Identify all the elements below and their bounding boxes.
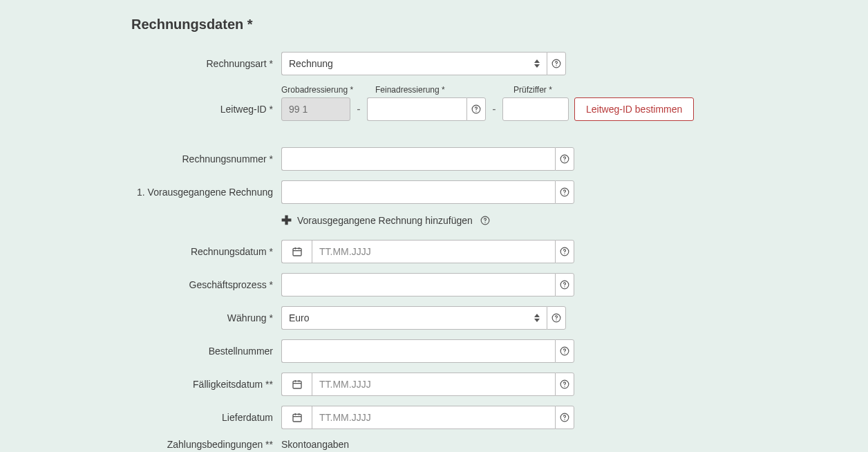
svg-rect-10 xyxy=(293,248,301,256)
separator-dash-2: - xyxy=(491,103,497,115)
help-waehrung[interactable] xyxy=(547,306,566,330)
help-feinadressierung[interactable] xyxy=(466,97,486,121)
label-bestellnummer: Bestellnummer xyxy=(28,346,281,357)
leitweg-bestimmen-button[interactable]: Leitweg-ID bestimmen xyxy=(574,97,694,121)
grobadressierung-input xyxy=(281,97,350,121)
svg-rect-28 xyxy=(293,414,301,422)
help-rechnungsnummer[interactable] xyxy=(555,147,574,171)
label-rechnungsdatum: Rechnungsdatum * xyxy=(28,246,281,257)
calendar-icon xyxy=(292,246,303,257)
waehrung-select[interactable]: Euro xyxy=(281,306,547,330)
section-title: Rechnungsdaten * xyxy=(131,17,840,32)
help-faelligkeitsdatum[interactable] xyxy=(555,373,574,396)
question-icon xyxy=(560,413,569,422)
lieferdatum-input[interactable] xyxy=(312,406,555,429)
label-vorausgegangene: 1. Vorausgegangene Rechnung xyxy=(28,187,281,198)
label-grobadressierung: Grobadressierung * xyxy=(281,85,356,95)
svg-point-9 xyxy=(484,222,485,223)
vorausgegangene-input[interactable] xyxy=(281,180,555,204)
svg-point-7 xyxy=(564,194,565,194)
svg-rect-22 xyxy=(293,381,301,388)
rechnungsnummer-input[interactable] xyxy=(281,147,555,171)
question-icon xyxy=(551,313,561,323)
help-rechnungsart[interactable] xyxy=(547,52,566,75)
bestellnummer-input[interactable] xyxy=(281,339,555,363)
question-icon xyxy=(560,346,569,356)
help-add-vorausgegangene[interactable] xyxy=(478,214,492,227)
rechnungsdatum-input[interactable] xyxy=(312,240,555,263)
label-geschaeftsprozess: Geschäftsprozess * xyxy=(28,279,281,290)
svg-point-27 xyxy=(564,386,565,386)
label-rechnungsnummer: Rechnungsnummer * xyxy=(28,153,281,164)
separator-dash-1: - xyxy=(356,103,361,115)
question-icon xyxy=(471,104,481,114)
pruefziffer-input[interactable] xyxy=(502,97,569,121)
label-zahlungsbedingungen: Zahlungsbedingungen ** xyxy=(28,439,281,450)
faelligkeitsdatum-input[interactable] xyxy=(312,373,555,396)
svg-point-5 xyxy=(564,160,565,161)
rechnungsart-select[interactable]: Rechnung xyxy=(281,52,547,75)
svg-point-15 xyxy=(564,253,565,254)
help-bestellnummer[interactable] xyxy=(555,339,574,363)
question-icon xyxy=(560,280,569,290)
label-feinadressierung: Feinadressierung * xyxy=(375,85,494,95)
invoice-data-form: Rechnungsdaten * Rechnungsart * Rechnung xyxy=(0,0,868,452)
question-icon xyxy=(551,59,561,68)
svg-point-1 xyxy=(556,65,556,66)
calendar-icon xyxy=(292,412,303,423)
label-faelligkeitsdatum: Fälligkeitsdatum ** xyxy=(28,379,281,390)
question-icon xyxy=(480,216,490,225)
label-lieferdatum: Lieferdatum xyxy=(28,412,281,423)
label-rechnungsart: Rechnungsart * xyxy=(28,58,281,69)
help-vorausgegangene[interactable] xyxy=(555,180,574,204)
skontoangaben-text: Skontoangaben xyxy=(281,439,349,450)
feinadressierung-input[interactable] xyxy=(367,97,466,121)
faelligkeitsdatum-calendar-button[interactable] xyxy=(281,373,312,396)
question-icon xyxy=(560,379,569,389)
svg-point-3 xyxy=(475,111,476,111)
label-pruefziffer: Prüfziffer * xyxy=(513,85,583,95)
geschaeftsprozess-input[interactable] xyxy=(281,273,555,296)
add-vorausgegangene-link[interactable]: Vorausgegangene Rechnung hinzufügen xyxy=(297,215,473,226)
lieferdatum-calendar-button[interactable] xyxy=(281,406,312,429)
plus-icon: ✚ xyxy=(281,214,292,227)
help-rechnungsdatum[interactable] xyxy=(555,240,574,263)
svg-point-33 xyxy=(564,419,565,420)
question-icon xyxy=(560,154,569,164)
svg-point-19 xyxy=(556,319,556,320)
svg-point-21 xyxy=(564,352,565,353)
help-lieferdatum[interactable] xyxy=(555,406,574,429)
label-waehrung: Währung * xyxy=(28,312,281,323)
calendar-icon xyxy=(292,379,303,390)
rechnungsdatum-calendar-button[interactable] xyxy=(281,240,312,263)
label-leitweg: Leitweg-ID * xyxy=(28,104,281,115)
question-icon xyxy=(560,187,569,197)
svg-point-17 xyxy=(564,286,565,287)
help-geschaeftsprozess[interactable] xyxy=(555,273,574,296)
question-icon xyxy=(560,247,569,256)
